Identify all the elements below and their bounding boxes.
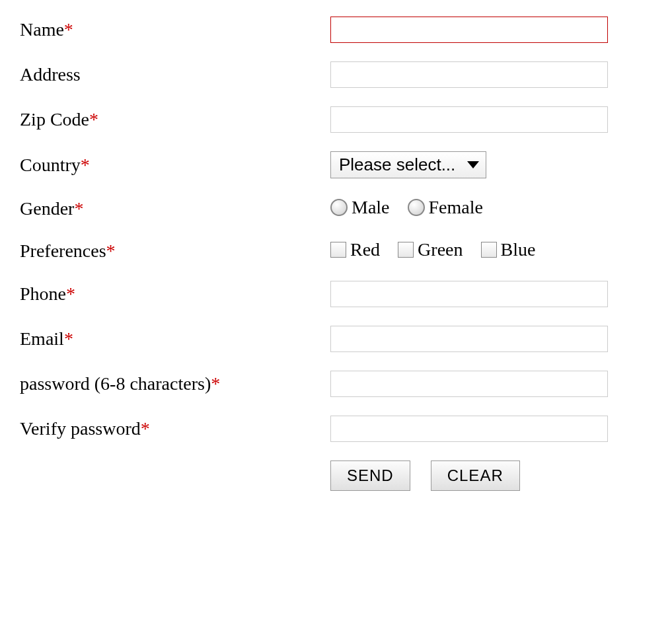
gender-female-label: Female: [429, 197, 483, 218]
password-control: [330, 371, 652, 397]
gender-male-option[interactable]: Male: [330, 197, 390, 218]
country-select[interactable]: Please select...: [330, 151, 486, 178]
preferences-label-text: Preferences: [20, 240, 106, 261]
verify-label-text: Verify password: [20, 418, 141, 439]
required-marker: *: [141, 418, 150, 439]
pref-red-label: Red: [350, 239, 380, 260]
pref-red-option[interactable]: Red: [330, 239, 380, 260]
row-name: Name*: [20, 17, 652, 43]
buttons-control: SEND CLEAR: [330, 460, 652, 491]
zip-control: [330, 106, 652, 133]
send-button[interactable]: SEND: [330, 460, 410, 491]
required-marker: *: [66, 283, 75, 304]
gender-male-label: Male: [352, 197, 390, 218]
preferences-control: Red Green Blue: [330, 239, 652, 262]
row-gender: Gender* Male Female: [20, 197, 652, 221]
registration-form: Name* Address Zip Code* Country* Please …: [20, 17, 652, 491]
verify-control: [330, 416, 652, 442]
gender-label: Gender*: [20, 198, 330, 219]
name-label-text: Name: [20, 19, 64, 40]
password-input[interactable]: [330, 371, 608, 397]
row-country: Country* Please select...: [20, 151, 652, 178]
name-label: Name*: [20, 19, 330, 40]
row-buttons: SEND CLEAR: [20, 460, 652, 491]
verify-input[interactable]: [330, 416, 608, 442]
address-label: Address: [20, 64, 330, 85]
address-control: [330, 61, 652, 88]
checkbox-icon: [330, 242, 346, 258]
required-marker: *: [64, 328, 73, 349]
zip-label: Zip Code*: [20, 109, 330, 130]
chevron-down-icon: [467, 161, 479, 168]
password-label: password (6-8 characters)*: [20, 373, 330, 394]
phone-label-text: Phone: [20, 283, 66, 304]
row-address: Address: [20, 61, 652, 88]
email-control: [330, 326, 652, 352]
pref-blue-label: Blue: [501, 239, 536, 260]
gender-label-text: Gender: [20, 198, 74, 219]
email-label-text: Email: [20, 328, 64, 349]
name-control: [330, 17, 652, 43]
required-marker: *: [64, 19, 73, 40]
required-marker: *: [89, 109, 98, 129]
pref-green-label: Green: [418, 239, 463, 260]
radio-icon: [330, 199, 348, 216]
phone-label: Phone*: [20, 283, 330, 305]
row-password: password (6-8 characters)*: [20, 371, 652, 397]
required-marker: *: [74, 198, 83, 219]
pref-blue-option[interactable]: Blue: [481, 239, 536, 260]
row-preferences: Preferences* Red Green Blue: [20, 239, 652, 262]
password-label-text: password (6-8 characters): [20, 373, 211, 394]
pref-green-option[interactable]: Green: [398, 239, 463, 260]
radio-icon: [408, 199, 425, 216]
phone-input[interactable]: [330, 281, 608, 307]
country-label-text: Country: [20, 155, 81, 175]
checkbox-icon: [398, 242, 414, 258]
country-select-value: Please select...: [339, 155, 455, 175]
gender-female-option[interactable]: Female: [408, 197, 483, 218]
checkbox-icon: [481, 242, 497, 258]
required-marker: *: [106, 240, 116, 261]
email-input[interactable]: [330, 326, 608, 352]
required-marker: *: [81, 155, 90, 175]
gender-control: Male Female: [330, 197, 652, 221]
zip-input[interactable]: [330, 106, 608, 133]
row-zip: Zip Code*: [20, 106, 652, 133]
preferences-label: Preferences*: [20, 240, 330, 262]
row-phone: Phone*: [20, 281, 652, 307]
address-label-text: Address: [20, 64, 81, 85]
clear-button[interactable]: CLEAR: [431, 460, 520, 491]
name-input[interactable]: [330, 17, 608, 43]
row-verify: Verify password*: [20, 416, 652, 442]
row-email: Email*: [20, 326, 652, 352]
country-control: Please select...: [330, 151, 652, 178]
address-input[interactable]: [330, 61, 608, 88]
verify-label: Verify password*: [20, 418, 330, 439]
phone-control: [330, 281, 652, 307]
country-label: Country*: [20, 155, 330, 176]
zip-label-text: Zip Code: [20, 109, 89, 129]
email-label: Email*: [20, 328, 330, 349]
required-marker: *: [211, 373, 220, 394]
